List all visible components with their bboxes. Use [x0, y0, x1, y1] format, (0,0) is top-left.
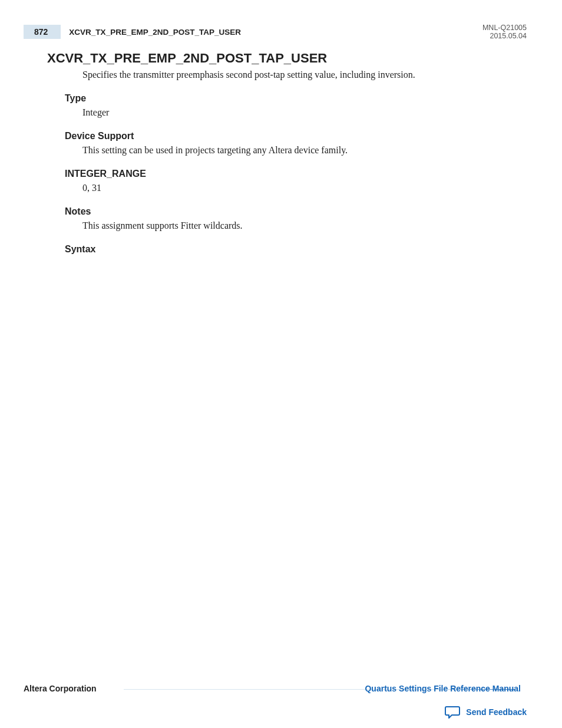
- send-feedback-link[interactable]: Send Feedback: [445, 706, 527, 719]
- section-heading-notes: Notes: [65, 206, 516, 217]
- footer-corporation: Altera Corporation: [24, 684, 97, 693]
- page-footer: Altera Corporation Quartus Settings File…: [24, 684, 527, 694]
- speech-bubble-icon: [445, 706, 460, 719]
- doc-date: 2015.05.04: [482, 32, 527, 40]
- section-body-notes: This assignment supports Fitter wildcard…: [82, 220, 516, 231]
- section-heading-device-support: Device Support: [65, 131, 516, 141]
- intro-paragraph: Specifies the transmitter preemphasis se…: [82, 70, 516, 80]
- section-body-integer-range: 0, 31: [82, 183, 516, 193]
- running-title: XCVR_TX_PRE_EMP_2ND_POST_TAP_USER: [63, 25, 247, 39]
- section-heading-integer-range: INTEGER_RANGE: [65, 169, 516, 179]
- doc-id-block: MNL-Q21005 2015.05.04: [482, 24, 527, 40]
- page-number: 872: [24, 25, 61, 39]
- page-title: XCVR_TX_PRE_EMP_2ND_POST_TAP_USER: [47, 51, 516, 66]
- section-heading-type: Type: [65, 93, 516, 104]
- section-body-device-support: This setting can be used in projects tar…: [82, 145, 516, 156]
- doc-id: MNL-Q21005: [482, 24, 527, 32]
- manual-link[interactable]: Quartus Settings File Reference Manual: [365, 684, 521, 693]
- section-heading-syntax: Syntax: [65, 244, 516, 255]
- send-feedback-label: Send Feedback: [466, 707, 527, 717]
- section-body-type: Integer: [82, 107, 516, 118]
- page-content: XCVR_TX_PRE_EMP_2ND_POST_TAP_USER Specif…: [47, 51, 516, 258]
